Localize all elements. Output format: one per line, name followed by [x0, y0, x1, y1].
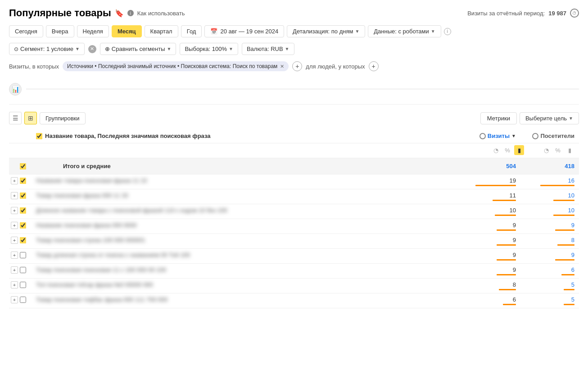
visits-count: 19 987 — [548, 10, 566, 17]
add-people-filter-button[interactable]: + — [369, 61, 379, 71]
row-1-controls: + — [9, 177, 36, 184]
row-5-checkbox[interactable] — [20, 237, 26, 243]
info-icon[interactable]: i — [127, 10, 134, 16]
row-5-visits: 9 — [513, 237, 516, 243]
currency-button[interactable]: Валюта: RUB ▼ — [242, 43, 294, 55]
select-all-checkbox[interactable] — [36, 133, 42, 139]
row-6-checkbox[interactable] — [20, 252, 26, 258]
goal-button[interactable]: Выберите цель ▼ — [520, 112, 579, 124]
row-4-visits-bar — [497, 229, 516, 231]
grid-view-button[interactable]: ⊞ — [24, 112, 37, 124]
pie-chart-icon-2[interactable]: ◔ — [541, 145, 551, 155]
compare-button[interactable]: ⊕ Сравнить сегменты ▼ — [100, 43, 176, 55]
percent-icon[interactable]: % — [502, 145, 512, 155]
filter-tag-text: Источники • Последний значимый источник … — [67, 63, 277, 69]
segment-bar: ⊙ Сегмент: 1 условие ▼ ✕ ⊕ Сравнить сегм… — [9, 43, 579, 55]
bar-chart-icon-2[interactable]: ▮ — [565, 145, 574, 155]
row-1-checkbox[interactable] — [20, 178, 26, 184]
row-9-visits: 6 — [513, 296, 516, 303]
sample-button[interactable]: Выборка: 100% ▼ — [180, 43, 238, 55]
table-row: + Товар поисковая тофбас фраза 000 111 7… — [9, 293, 579, 308]
grouping-button[interactable]: Группировки — [40, 112, 86, 124]
chart-toggle-button[interactable]: 📊 — [9, 83, 22, 96]
percent-icon-2[interactable]: % — [553, 145, 563, 155]
col-visitors-header[interactable]: Посетители — [516, 133, 579, 139]
metrics-button[interactable]: Метрики — [480, 112, 517, 124]
row-3-controls: + — [9, 207, 36, 214]
filter-tag-close-icon[interactable]: ✕ — [280, 64, 284, 69]
row-8-expand[interactable]: + — [11, 281, 18, 288]
chart-line — [26, 89, 579, 89]
row-3-expand[interactable]: + — [11, 207, 18, 214]
pie-chart-icon[interactable]: ◔ — [491, 145, 501, 155]
period-month[interactable]: Месяц — [112, 25, 142, 37]
segment-button[interactable]: ⊙ Сегмент: 1 условие ▼ — [9, 43, 85, 55]
row-1-expand[interactable]: + — [11, 177, 18, 184]
header-right: Визиты за отчётный период: 19 987 ⏱ — [467, 9, 579, 18]
data-dropdown[interactable]: Данные: с роботами ▼ — [368, 25, 441, 37]
page-title: Популярные товары — [9, 7, 111, 19]
row-5-expand[interactable]: + — [11, 237, 18, 244]
compare-icon: ⊕ — [105, 46, 110, 52]
row-4-checkbox[interactable] — [20, 222, 26, 229]
row-3-checkbox[interactable] — [20, 207, 26, 214]
list-view-button[interactable]: ☰ — [9, 112, 22, 124]
row-3-visitors-col: 10 — [516, 207, 579, 216]
data-label: Данные: с роботами — [374, 28, 429, 35]
clock-icon[interactable]: ⏱ — [570, 9, 579, 18]
row-7-checkbox[interactable] — [20, 267, 26, 273]
row-5-visitors: 8 — [571, 237, 574, 243]
row-6-expand[interactable]: + — [11, 252, 18, 259]
period-week[interactable]: Неделя — [77, 25, 109, 37]
table-row: + Название товара поисковая фраза 11 22 … — [9, 174, 579, 189]
row-3-visits: 10 — [510, 207, 516, 214]
period-year[interactable]: Год — [181, 25, 202, 37]
row-2-visits-col: 11 — [457, 192, 516, 201]
date-range-button[interactable]: 📅 20 авг — 19 сен 2024 — [204, 25, 284, 37]
row-7-expand[interactable]: + — [11, 266, 18, 274]
period-bar: Сегодня Вчера Неделя Месяц Квартал Год 📅… — [9, 25, 579, 37]
total-visits: 504 — [457, 163, 516, 169]
row-9-visitors: 5 — [571, 296, 574, 303]
table-row: + Товар поисковая поисковая 11 с 100 000… — [9, 264, 579, 279]
row-2-visitors-bar — [553, 200, 574, 201]
data-info-icon[interactable]: i — [444, 28, 451, 35]
detail-dropdown[interactable]: Детализация: по дням ▼ — [287, 25, 365, 37]
goal-chevron: ▼ — [569, 116, 573, 121]
row-8-visits-col: 8 — [457, 281, 516, 290]
row-5-visitors-bar — [557, 244, 574, 246]
total-checkbox[interactable] — [20, 163, 26, 169]
table-row: + Длинное название товара с поисковой фр… — [9, 204, 579, 219]
row-9-expand[interactable]: + — [11, 296, 18, 303]
col-visits-header[interactable]: Визиты ▼ — [457, 133, 516, 139]
row-7-controls: + — [9, 266, 36, 274]
period-yesterday[interactable]: Вчера — [46, 25, 74, 37]
row-3-name: Длинное название товара с поисковой фраз… — [36, 207, 457, 214]
help-link[interactable]: Как использовать — [137, 10, 185, 17]
segment-close-button[interactable]: ✕ — [88, 45, 96, 53]
row-8-visitors-col: 5 — [516, 281, 579, 290]
total-visitors: 418 — [516, 163, 579, 169]
calendar-icon: 📅 — [210, 28, 217, 35]
bar-chart-icon[interactable]: ▮ — [514, 145, 524, 155]
filter-tag[interactable]: Источники • Последний значимый источник … — [63, 61, 289, 71]
period-quarter[interactable]: Квартал — [145, 25, 178, 37]
currency-chevron: ▼ — [285, 46, 289, 51]
add-filter-button[interactable]: + — [292, 61, 302, 71]
row-8-checkbox[interactable] — [20, 282, 26, 288]
toolbar: ☰ ⊞ Группировки Метрики Выберите цель ▼ — [9, 112, 579, 124]
row-6-controls: + — [9, 252, 36, 259]
col-name-header: Название товара, Последняя значимая поис… — [9, 133, 457, 139]
row-2-expand[interactable]: + — [11, 192, 18, 199]
table-row: + Топ поисковая тоfсар фраза №0 00000 00… — [9, 279, 579, 293]
row-2-name: Товар поисковая фраза 000 11 33 — [36, 192, 457, 199]
row-4-visitors-col: 9 — [516, 222, 579, 231]
detail-label: Детализация: по дням — [293, 28, 353, 35]
period-today[interactable]: Сегодня — [9, 25, 43, 37]
bookmark-icon[interactable]: 🔖 — [115, 9, 124, 18]
row-4-expand[interactable]: + — [11, 222, 18, 229]
row-2-checkbox[interactable] — [20, 192, 26, 199]
row-9-checkbox[interactable] — [20, 297, 26, 303]
row-2-visits-bar — [493, 200, 516, 201]
segment-icon: ⊙ — [14, 46, 18, 52]
